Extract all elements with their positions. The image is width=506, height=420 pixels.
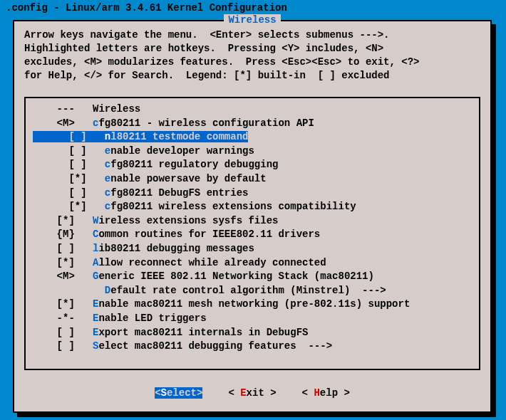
button-post: elect> — [167, 387, 202, 399]
item-mark: [ ] — [33, 131, 105, 142]
dialog-button[interactable]: <Select> — [155, 387, 202, 399]
item-label: efault rate control algorithm (Minstrel)… — [110, 285, 386, 296]
item-label: fg80211 - wireless configuration API — [98, 117, 314, 129]
menu-item[interactable]: [ ] Select mac80211 debugging features -… — [33, 340, 472, 354]
button-hotkey: E — [240, 387, 246, 399]
menu-item[interactable]: {M} Common routines for IEEE802.11 drive… — [33, 228, 472, 242]
item-label: nable mac80211 mesh networking (pre-802.… — [98, 298, 410, 310]
item-label: ommon routines for IEEE802.11 drivers — [98, 229, 320, 240]
menu-box: --- Wireless <M> cfg80211 - wireless con… — [24, 97, 480, 370]
item-hotkey: e — [105, 145, 110, 157]
item-label: eneric IEEE 802.11 Networking Stack (mac… — [98, 271, 373, 282]
menu-item[interactable]: [ ] nl80211 testmode command — [33, 130, 472, 145]
item-hotkey: n — [105, 131, 110, 142]
item-label: fg80211 regulatory debugging — [110, 159, 278, 170]
dialog-button[interactable]: < Help > — [302, 387, 350, 399]
item-label: llow reconnect while already connected — [98, 257, 326, 268]
item-hotkey: D — [105, 285, 110, 296]
item-label: nable LED triggers — [98, 313, 206, 324]
item-mark: [*] — [33, 173, 105, 184]
window-title: .config - Linux/arm 3.4.61 Kernel Config… — [0, 0, 506, 16]
menu-item[interactable]: [*] enable powersave by default — [33, 172, 472, 187]
button-pre: < — [155, 387, 160, 399]
item-mark: [ ] — [33, 327, 93, 338]
menu-item[interactable]: [ ] cfg80211 regulatory debugging — [33, 158, 472, 172]
item-mark: <M> — [33, 117, 93, 129]
item-mark: {M} — [33, 229, 93, 240]
item-label: elect mac80211 debugging features ---> — [98, 340, 332, 352]
help-text: Arrow keys navigate the menu. <Enter> se… — [14, 21, 490, 87]
item-mark — [33, 285, 105, 296]
item-label: ib80211 debugging messages — [98, 243, 254, 254]
item-mark: [*] — [33, 201, 105, 212]
menu-item[interactable]: [*] Wireless extensions sysfs files — [33, 214, 472, 229]
item-mark: [ ] — [33, 187, 105, 199]
menu-item[interactable]: <M> cfg80211 - wireless configuration AP… — [33, 117, 472, 131]
menu-item[interactable]: [*] cfg80211 wireless extensions compati… — [33, 200, 472, 214]
button-bar: <Select>< Exit >< Help > — [14, 387, 490, 399]
item-label: Wireless — [93, 103, 140, 115]
item-label: nable developer warnings — [110, 145, 254, 157]
shadow — [492, 24, 496, 417]
button-hotkey: S — [161, 387, 167, 399]
item-label: l80211 testmode command — [110, 131, 248, 142]
dialog-title-wrap: Wireless — [14, 14, 490, 26]
item-mark: [*] — [33, 215, 93, 226]
button-post: elp > — [320, 387, 350, 399]
item-mark: -*- — [33, 313, 93, 324]
dialog: Wireless Arrow keys navigate the menu. <… — [13, 20, 492, 413]
button-pre: < — [228, 387, 240, 399]
menu-item[interactable]: [*] Allow reconnect while already connec… — [33, 256, 472, 271]
dialog-button[interactable]: < Exit > — [228, 387, 276, 399]
item-label: nable powersave by default — [110, 173, 266, 184]
item-hotkey: c — [105, 187, 110, 199]
dialog-title: Wireless — [224, 14, 280, 26]
menu-item[interactable]: [ ] cfg80211 DebugFS entries — [33, 187, 472, 201]
menu-item[interactable]: [ ] enable developer warnings — [33, 145, 472, 159]
button-post: xit > — [247, 387, 277, 399]
item-hotkey: c — [105, 201, 110, 212]
item-label: xport mac80211 internals in DebugFS — [98, 327, 308, 338]
button-hotkey: H — [314, 387, 319, 399]
menu-item[interactable]: <M> Generic IEEE 802.11 Networking Stack… — [33, 270, 472, 284]
item-mark: [ ] — [33, 243, 93, 254]
menu-item[interactable]: Default rate control algorithm (Minstrel… — [33, 284, 472, 298]
item-label: fg80211 DebugFS entries — [110, 187, 248, 199]
item-mark: [ ] — [33, 340, 93, 352]
item-mark: [*] — [33, 257, 93, 268]
item-mark: [ ] — [33, 159, 105, 170]
item-hotkey: c — [105, 159, 110, 170]
item-hotkey: e — [105, 173, 110, 184]
menu-item[interactable]: [*] Enable mac80211 mesh networking (pre… — [33, 298, 472, 312]
shadow — [17, 413, 496, 417]
item-label: ireless extensions sysfs files — [98, 215, 278, 226]
item-label: fg80211 wireless extensions compatibilit… — [110, 201, 356, 212]
item-mark: <M> — [33, 271, 93, 282]
item-mark: [*] — [33, 298, 93, 310]
item-mark: [ ] — [33, 145, 105, 157]
item-mark: --- — [33, 103, 93, 115]
button-pre: < — [302, 387, 314, 399]
menu-item[interactable]: --- Wireless — [33, 103, 472, 117]
menu-item[interactable]: [ ] lib80211 debugging messages — [33, 242, 472, 256]
menu-item[interactable]: [ ] Export mac80211 internals in DebugFS — [33, 326, 472, 340]
menu-item[interactable]: -*- Enable LED triggers — [33, 312, 472, 326]
